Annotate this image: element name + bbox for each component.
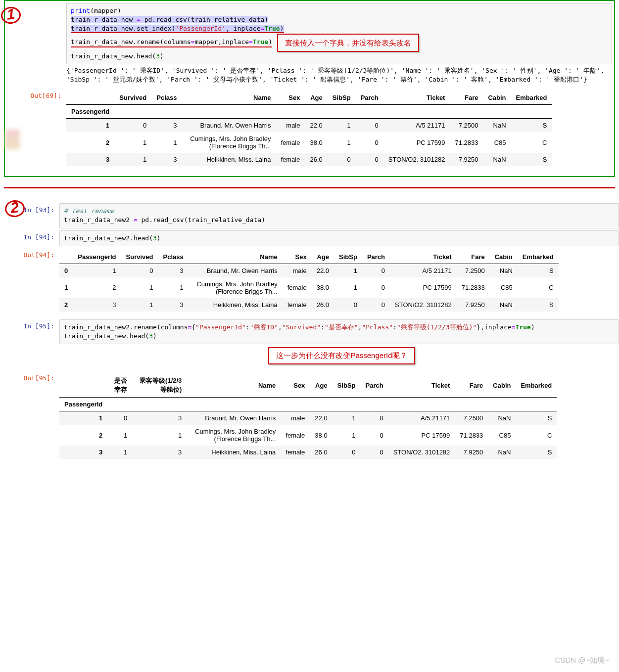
table-cell: PC 17599 [390,277,457,298]
out-prompt-95: Out[95]: [0,371,59,465]
table-cell: 1 [151,132,182,153]
table-cell: C [518,277,559,298]
code-token: 3 [149,332,153,340]
code-token: "是否幸存" [325,323,358,331]
code-token: train_r_data_new.rename(columns [71,38,191,45]
table-cell: NaN [488,411,516,425]
table-cell: 1 [333,425,361,446]
table-row: 1211Cumings, Mrs. John Bradley (Florence… [59,277,559,298]
code-input-93[interactable]: # test rename train_r_data_new2 = pd.rea… [59,203,619,228]
table-cell: 1 [73,264,121,277]
table-cell: Cumings, Mrs. John Bradley (Florence Bri… [189,277,283,298]
table-cell: NaN [483,153,511,166]
col-header: Ticket [383,91,450,105]
table-cell: 0 [362,264,390,277]
table-cell: Heikkinen, Miss. Laina [182,153,276,166]
code-token: ) [160,52,164,60]
table-row: 211Cumings, Mrs. John Bradley (Florence … [59,425,557,446]
table-cell: 1 [114,153,151,166]
table-cell: 0 [362,277,390,298]
notebook: 1 print(mapper) train_r_data_new = pd.re… [0,0,619,487]
table-cell: 0 [361,446,388,459]
table-cell: A/5 21171 [390,264,457,277]
code-token: : [321,323,325,331]
code-token: train_r_data_new.head( [71,52,156,60]
code-token: train_r_data_new2.head( [64,234,153,242]
table-cell: NaN [490,264,518,277]
col-header: 是否幸存 [107,373,132,398]
table-cell: 3 [132,446,187,459]
code-token: True [253,38,268,45]
table-cell: 1 [107,425,132,446]
col-header: Cabin [483,91,511,105]
col-header: Fare [455,373,488,398]
table-cell: 0 [361,425,388,446]
table-cell: 1 [107,446,132,459]
table-cell: Heikkinen, Miss. Laina [189,298,283,312]
table-cell: 22.0 [310,411,332,425]
table-cell: 3 [151,119,182,133]
index-name: PassengerId [66,105,114,119]
code-token: : [246,323,250,331]
code-input-94[interactable]: train_r_data_new2.head(3) [59,230,619,246]
code-token: = [137,16,141,23]
index-name: PassengerId [59,398,107,411]
table-row: 313Heikkinen, Miss. Lainafemale26.000STO… [59,446,557,459]
output-cell-95: Out[95]: 是否幸存 乘客等级(1/2/3等舱位) Name Sex Ag… [0,371,619,465]
out-prompt-94: Out[94]: [0,248,59,317]
table-cell: NaN [488,446,516,459]
table-cell: Cumings, Mrs. John Bradley (Florence Bri… [182,132,276,153]
table-cell: 38.0 [312,277,334,298]
code-token: "乘客等级(1/2/3等舱位)" [397,323,476,331]
code-token: = [134,216,138,224]
table-cell: 3 [151,153,182,166]
table-cell: 38.0 [305,132,327,153]
col-header: SibSp [333,373,361,398]
code-input-top[interactable]: print(mapper) train_r_data_new = pd.read… [66,3,612,64]
table-cell: 3 [158,298,188,312]
table-cell: 0 [121,264,158,277]
col-header: Name [189,250,283,264]
table-cell: 22.0 [312,264,334,277]
table-cell: S [516,411,557,425]
col-header: Age [312,250,334,264]
blur-artifact [5,130,20,149]
code-token: 3 [153,234,157,242]
table-cell: male [276,119,305,133]
col-header: Embarked [516,373,557,398]
col-header: Cabin [488,373,516,398]
col-header: Parch [361,373,388,398]
col-header: Sex [283,250,312,264]
stdout-top: {'PassengerId ': ' 乘客ID', 'Survived ': '… [66,64,612,87]
annotation-note-2: 这一步为什么没有改变PassengerId呢？ [268,347,415,364]
table-cell: 1 [114,132,151,153]
code-input-95[interactable]: train_r_data_new2.rename(columns={"Passe… [59,319,619,344]
code-token: train_r_data_new2.rename(columns [64,323,188,331]
col-header: Ticket [390,250,457,264]
col-header: Sex [276,91,305,105]
table-cell: 22.0 [305,119,327,133]
code-token: print [71,7,90,14]
in-prompt-94: In [94]: [0,230,59,246]
table-cell: 7.9250 [457,298,490,312]
table-cell: C85 [483,132,511,153]
code-token: 'PassengerId' [175,25,226,32]
code-token: = [512,323,516,331]
table-cell: 26.0 [310,446,332,459]
annotation-note-1: 直接传入一个字典，并没有给表头改名 [277,34,419,52]
table-cell: 7.2500 [450,119,483,133]
row-index: 2 [66,132,114,153]
row-index: 0 [59,264,73,277]
table-cell: 71.2833 [455,425,488,446]
col-header: Fare [457,250,490,264]
code-token: train_r_data_new.head( [64,332,149,340]
col-header: Ticket [388,373,455,398]
table-cell: female [281,425,310,446]
col-header: Age [305,91,327,105]
index-name-row: PassengerId [59,398,557,411]
col-header: SibSp [334,250,362,264]
col-header: PassengerId [73,250,121,264]
table-cell: 0 [114,119,151,133]
table-cell: 0 [356,153,383,166]
code-token: mapper,inplace [194,38,249,45]
